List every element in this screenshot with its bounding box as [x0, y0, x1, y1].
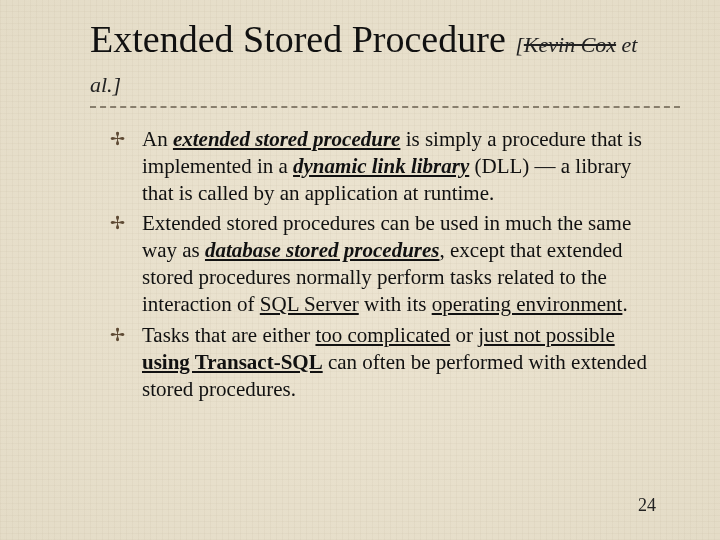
title-block: Extended Stored Procedure [Kevin Cox et …: [90, 20, 650, 100]
list-item: Tasks that are either too complicated or…: [110, 322, 650, 403]
list-item: An extended stored procedure is simply a…: [110, 126, 650, 207]
title-rule: [90, 106, 680, 108]
bullet-list: An extended stored procedure is simply a…: [40, 126, 680, 403]
list-item: Extended stored procedures can be used i…: [110, 210, 650, 318]
slide-title: Extended Stored Procedure [Kevin Cox et …: [90, 20, 650, 100]
title-main: Extended Stored Procedure: [90, 18, 506, 60]
page-number: 24: [638, 495, 656, 516]
slide: Extended Stored Procedure [Kevin Cox et …: [0, 0, 720, 540]
